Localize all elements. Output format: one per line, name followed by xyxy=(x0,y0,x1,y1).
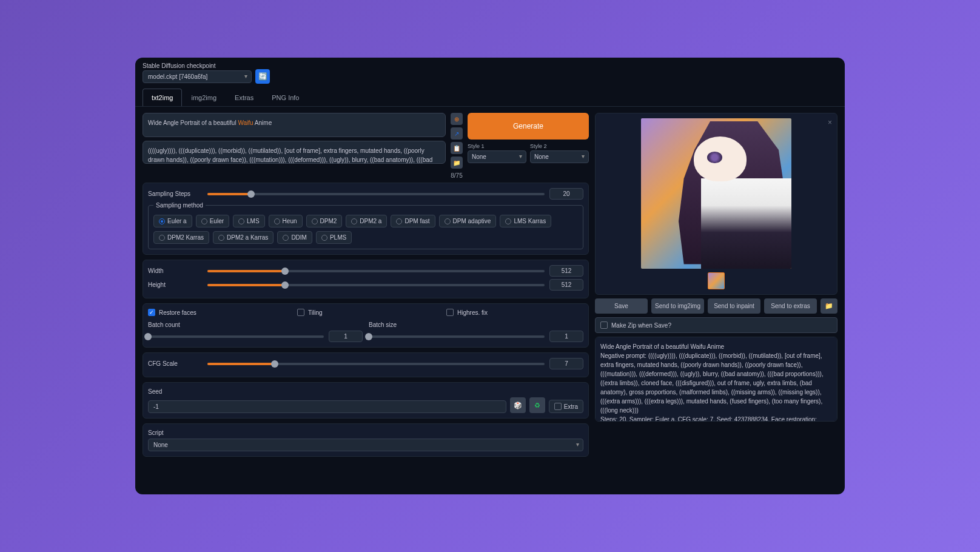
style2-select[interactable]: None xyxy=(530,150,589,163)
seed-input[interactable] xyxy=(148,400,506,413)
seed-random-icon[interactable]: 🎲 xyxy=(510,397,526,413)
send-extras-button[interactable]: Send to extras xyxy=(764,298,817,314)
sampling-method-lms-karras[interactable]: LMS Karras xyxy=(500,215,551,227)
result-panel: × xyxy=(595,113,837,295)
send-img2img-button[interactable]: Send to img2img xyxy=(651,298,704,314)
highres-checkbox[interactable] xyxy=(446,309,454,316)
sampling-method-dpm-fast[interactable]: DPM fast xyxy=(391,215,435,227)
checkpoint-select[interactable]: model.ckpt [7460a6fa] xyxy=(143,70,252,83)
topbar: Stable Diffusion checkpoint model.ckpt [… xyxy=(135,58,845,84)
prompt-input[interactable]: Wide Angle Portrait of a beautiful Waifu… xyxy=(143,113,446,137)
sampling-method-lms[interactable]: LMS xyxy=(233,215,265,227)
negative-prompt-input[interactable]: ((((ugly)))), (((duplicate))), ((morbid)… xyxy=(143,141,446,164)
zip-checkbox[interactable] xyxy=(600,321,608,329)
result-thumbnail[interactable] xyxy=(708,272,725,289)
sampling-method-ddim[interactable]: DDIM xyxy=(277,231,312,244)
sampling-steps-slider[interactable] xyxy=(207,193,545,195)
batch-size-slider[interactable] xyxy=(369,335,545,338)
token-counter: 8/75 xyxy=(451,172,463,179)
sampling-steps-label: Sampling Steps xyxy=(148,190,203,197)
app-window: Stable Diffusion checkpoint model.ckpt [… xyxy=(135,58,845,494)
cfg-slider[interactable] xyxy=(207,363,545,365)
script-select[interactable]: None xyxy=(148,439,583,451)
batch-size-value[interactable]: 1 xyxy=(549,331,583,342)
tab-extras[interactable]: Extras xyxy=(226,89,263,106)
checkpoint-label: Stable Diffusion checkpoint xyxy=(143,62,270,69)
tab-txt2img[interactable]: txt2img xyxy=(143,89,182,106)
batch-count-slider[interactable] xyxy=(148,335,324,338)
sampling-method-dpm2-a-karras[interactable]: DPM2 a Karras xyxy=(213,231,274,244)
tiling-checkbox[interactable] xyxy=(297,309,304,316)
save-button[interactable]: Save xyxy=(595,298,648,314)
prompt-tools: ⊕ ↗ 📋 📁 8/75 xyxy=(451,113,463,179)
width-slider[interactable] xyxy=(207,270,545,272)
send-inpaint-button[interactable]: Send to inpaint xyxy=(708,298,760,314)
generation-info: Wide Angle Portrait of a beautiful Waifu… xyxy=(595,337,837,422)
tab-pnginfo[interactable]: PNG Info xyxy=(263,89,308,106)
style1-select[interactable]: None xyxy=(468,150,526,163)
cfg-label: CFG Scale xyxy=(148,360,203,367)
style1-label: Style 1 xyxy=(468,143,526,149)
batch-count-label: Batch count xyxy=(148,321,180,328)
seed-extra[interactable]: Extra xyxy=(549,400,583,413)
zip-option[interactable]: Make Zip when Save? xyxy=(595,317,837,333)
sampling-method-dpm2-a[interactable]: DPM2 a xyxy=(346,215,387,227)
height-label: Height xyxy=(148,281,203,288)
restore-faces-checkbox[interactable] xyxy=(148,309,155,316)
width-value[interactable]: 512 xyxy=(549,265,583,277)
height-value[interactable]: 512 xyxy=(549,279,583,291)
tabs: txt2img img2img Extras PNG Info xyxy=(135,84,845,107)
seed-recycle-icon[interactable]: ♻ xyxy=(529,397,545,413)
height-slider[interactable] xyxy=(207,284,545,286)
tool-icon-1[interactable]: ⊕ xyxy=(451,113,463,125)
style2-label: Style 2 xyxy=(530,143,589,149)
cfg-value[interactable]: 7 xyxy=(549,358,583,369)
tab-img2img[interactable]: img2img xyxy=(182,89,226,106)
sampling-method-dpm2[interactable]: DPM2 xyxy=(306,215,343,227)
sampling-method-dpm-adaptive[interactable]: DPM adaptive xyxy=(439,215,497,227)
generate-button[interactable]: Generate xyxy=(468,113,589,140)
sampling-method-euler-a[interactable]: Euler a xyxy=(153,215,192,227)
open-folder-icon[interactable]: 📁 xyxy=(821,298,837,314)
tool-icon-4[interactable]: 📁 xyxy=(451,157,463,169)
sampling-method-group: Sampling method Euler aEulerLMSHeunDPM2D… xyxy=(148,202,583,249)
batch-size-label: Batch size xyxy=(369,321,397,328)
close-icon[interactable]: × xyxy=(828,118,832,127)
result-image[interactable] xyxy=(641,118,791,269)
refresh-icon[interactable]: 🔄 xyxy=(255,69,270,84)
sampling-method-heun[interactable]: Heun xyxy=(269,215,303,227)
width-label: Width xyxy=(148,268,203,274)
batch-count-value[interactable]: 1 xyxy=(329,331,363,342)
sampling-steps-value[interactable]: 20 xyxy=(549,188,583,200)
sampling-method-dpm2-karras[interactable]: DPM2 Karras xyxy=(153,231,209,244)
tool-icon-2[interactable]: ↗ xyxy=(451,127,463,140)
sampling-method-plms[interactable]: PLMS xyxy=(316,231,352,244)
tool-icon-3[interactable]: 📋 xyxy=(451,142,463,154)
sampling-method-euler[interactable]: Euler xyxy=(196,215,229,227)
seed-label: Seed xyxy=(148,388,162,395)
script-label: Script xyxy=(148,429,164,436)
